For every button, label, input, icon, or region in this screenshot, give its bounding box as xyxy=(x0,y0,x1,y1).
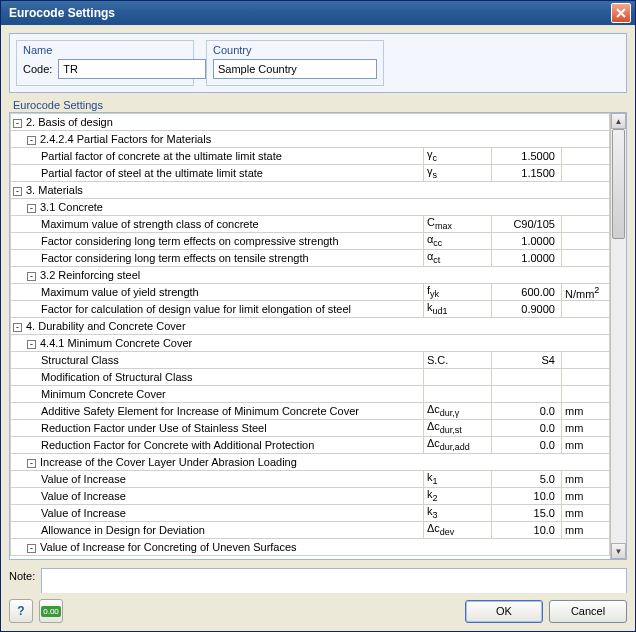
scroll-up-arrow[interactable]: ▲ xyxy=(611,113,626,129)
row-symbol: Δcdev xyxy=(423,522,491,539)
row-value[interactable] xyxy=(491,386,561,403)
row-value[interactable] xyxy=(491,369,561,386)
toggle-icon[interactable]: - xyxy=(27,544,36,553)
row-unit: mm xyxy=(561,505,609,522)
name-group-title: Name xyxy=(23,44,187,56)
table-row[interactable]: Minimum Concrete Cover xyxy=(11,386,610,403)
row-label: Minimum Concrete Cover xyxy=(11,386,424,403)
row-value[interactable]: 0.9000 xyxy=(491,301,561,318)
row-symbol: k1 xyxy=(423,471,491,488)
table-row[interactable]: -2. Basis of design xyxy=(11,114,610,131)
close-button[interactable] xyxy=(611,3,631,23)
table-row[interactable]: -Increase of the Cover Layer Under Abras… xyxy=(11,454,610,471)
row-label: Partial factor of steel at the ultimate … xyxy=(11,165,424,182)
row-symbol: k2 xyxy=(423,488,491,505)
row-label: Factor for calculation of design value f… xyxy=(11,301,424,318)
table-row[interactable]: Additive Safety Element for Increase of … xyxy=(11,403,610,420)
table-row[interactable]: -2.4.2.4 Partial Factors for Materials xyxy=(11,131,610,148)
country-input[interactable] xyxy=(213,59,377,79)
scroll-down-arrow[interactable]: ▼ xyxy=(611,543,626,559)
row-value[interactable]: 0.0 xyxy=(491,403,561,420)
units-button[interactable]: 0.00 xyxy=(39,599,63,623)
help-button[interactable]: ? xyxy=(9,599,33,623)
table-row[interactable]: -4.4.1 Minimum Concrete Cover xyxy=(11,335,610,352)
toggle-icon[interactable]: - xyxy=(27,136,36,145)
toggle-icon[interactable]: - xyxy=(13,187,22,196)
table-row[interactable]: Factor for calculation of design value f… xyxy=(11,301,610,318)
table-row[interactable]: Maximum value of strength class of concr… xyxy=(11,216,610,233)
row-value[interactable]: 5.0 xyxy=(491,471,561,488)
toggle-icon[interactable]: - xyxy=(27,340,36,349)
row-symbol: k3 xyxy=(423,505,491,522)
table-row[interactable]: -4. Durability and Concrete Cover xyxy=(11,318,610,335)
row-symbol: S.C. xyxy=(423,352,491,369)
table-row[interactable]: Maximum value of yield strengthfyk600.00… xyxy=(11,284,610,301)
note-textbox[interactable] xyxy=(41,568,627,593)
table-row[interactable]: Partial factor of concrete at the ultima… xyxy=(11,148,610,165)
scroll-thumb[interactable] xyxy=(612,129,625,239)
row-label: Value of Increase xyxy=(11,505,424,522)
row-label: Value of Increase xyxy=(11,471,424,488)
help-icon: ? xyxy=(17,604,24,618)
row-value[interactable]: C90/105 xyxy=(491,216,561,233)
row-label: Maximum value of yield strength xyxy=(11,284,424,301)
table-row[interactable]: Factor considering long term effects on … xyxy=(11,233,610,250)
row-value[interactable]: 10.0 xyxy=(491,488,561,505)
table-row[interactable]: Modification of Structural Class xyxy=(11,369,610,386)
toggle-icon[interactable]: - xyxy=(27,459,36,468)
row-symbol: Cmax xyxy=(423,216,491,233)
toggle-icon[interactable]: - xyxy=(27,272,36,281)
row-symbol: γs xyxy=(423,165,491,182)
row-value[interactable]: 1.0000 xyxy=(491,250,561,267)
row-unit xyxy=(561,386,609,403)
row-unit xyxy=(561,233,609,250)
row-symbol: Δcdur,add xyxy=(423,437,491,454)
scroll-track[interactable] xyxy=(611,129,626,543)
name-group: Name Code: xyxy=(16,40,194,86)
row-label: Factor considering long term effects on … xyxy=(11,250,424,267)
close-icon xyxy=(616,8,626,18)
row-symbol: αct xyxy=(423,250,491,267)
row-value[interactable]: S4 xyxy=(491,352,561,369)
code-input[interactable] xyxy=(58,59,206,79)
row-unit xyxy=(561,216,609,233)
row-label: Increase of the Cover Layer Under Abrasi… xyxy=(40,456,297,468)
table-row[interactable]: -3.2 Reinforcing steel xyxy=(11,267,610,284)
table-row[interactable]: Reduction Factor under Use of Stainless … xyxy=(11,420,610,437)
row-unit: N/mm2 xyxy=(561,284,609,301)
row-value[interactable]: 0.0 xyxy=(491,420,561,437)
table-row[interactable]: Reduction Factor for Concrete with Addit… xyxy=(11,437,610,454)
row-label: Partial factor of concrete at the ultima… xyxy=(11,148,424,165)
table-row[interactable]: Structural ClassS.C.S4 xyxy=(11,352,610,369)
row-unit: mm xyxy=(561,522,609,539)
table-row[interactable]: Allowance in Design for DeviationΔcdev10… xyxy=(11,522,610,539)
row-value[interactable]: 1.1500 xyxy=(491,165,561,182)
toggle-icon[interactable]: - xyxy=(13,119,22,128)
row-value[interactable]: 600.00 xyxy=(491,284,561,301)
table-row[interactable]: -3. Materials xyxy=(11,182,610,199)
table-row[interactable]: Partial factor of steel at the ultimate … xyxy=(11,165,610,182)
table-row[interactable]: Value of Increasek210.0mm xyxy=(11,488,610,505)
row-label: Modification of Structural Class xyxy=(11,369,424,386)
toggle-icon[interactable]: - xyxy=(27,204,36,213)
toggle-icon[interactable]: - xyxy=(13,323,22,332)
table-row[interactable]: Factor considering long term effects on … xyxy=(11,250,610,267)
row-unit xyxy=(561,250,609,267)
row-unit: mm xyxy=(561,488,609,505)
table-row[interactable]: -3.1 Concrete xyxy=(11,199,610,216)
table-row[interactable]: Value of Increasek315.0mm xyxy=(11,505,610,522)
row-value[interactable]: 10.0 xyxy=(491,522,561,539)
row-value[interactable]: 1.5000 xyxy=(491,148,561,165)
table-row[interactable]: -Value of Increase for Concreting of Une… xyxy=(11,539,610,556)
row-symbol: fyk xyxy=(423,284,491,301)
row-label: 2. Basis of design xyxy=(26,116,113,128)
cancel-button[interactable]: Cancel xyxy=(549,600,627,623)
row-symbol: γc xyxy=(423,148,491,165)
row-value[interactable]: 15.0 xyxy=(491,505,561,522)
row-value[interactable]: 0.0 xyxy=(491,437,561,454)
row-unit: mm xyxy=(561,437,609,454)
ok-button[interactable]: OK xyxy=(465,600,543,623)
row-value[interactable]: 1.0000 xyxy=(491,233,561,250)
table-row[interactable]: Value of Increasek15.0mm xyxy=(11,471,610,488)
vertical-scrollbar[interactable]: ▲ ▼ xyxy=(610,113,626,559)
